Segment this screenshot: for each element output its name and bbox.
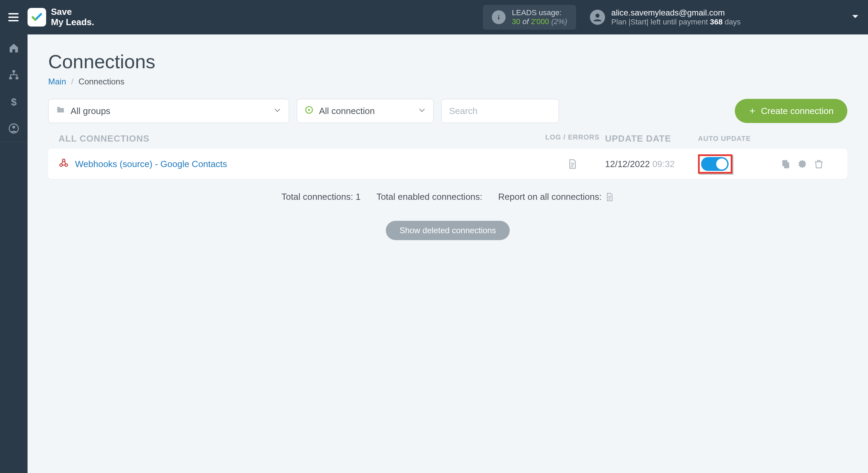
sidebar-item-connections[interactable]: [0, 61, 28, 88]
log-icon[interactable]: [567, 158, 578, 170]
sidebar: $: [0, 34, 28, 473]
filter-row: All groups All connection Create connect…: [48, 99, 847, 123]
main-content: Connections Main / Connections All group…: [28, 34, 868, 473]
auto-update-toggle[interactable]: [701, 157, 729, 171]
folder-icon: [56, 105, 65, 117]
summary-total: Total connections: 1: [282, 192, 361, 202]
brand-line1: Save: [51, 7, 94, 17]
webhook-icon: [59, 158, 69, 171]
svg-point-0: [498, 15, 499, 16]
breadcrumb-current: Connections: [78, 77, 124, 86]
chevron-down-icon: [274, 106, 281, 116]
th-auto: AUTO UPDATE: [698, 133, 777, 144]
summary-enabled: Total enabled connections:: [377, 192, 483, 202]
update-date: 12/12/2022 09:32: [605, 159, 698, 169]
breadcrumb-main[interactable]: Main: [48, 77, 66, 86]
summary-report: Report on all connections:: [498, 192, 602, 202]
page-title: Connections: [48, 50, 847, 73]
report-icon[interactable]: [605, 192, 614, 202]
svg-text:$: $: [11, 96, 17, 107]
svg-rect-1: [498, 17, 499, 19]
status-select-label: All connection: [319, 106, 375, 116]
summary-row: Total connections: 1 Total enabled conne…: [48, 192, 847, 202]
show-deleted-button[interactable]: Show deleted connections: [386, 221, 510, 240]
account-plan: Plan |Start| left until payment 368 days: [611, 18, 741, 27]
th-date: UPDATE DATE: [605, 133, 698, 144]
status-select[interactable]: All connection: [297, 99, 434, 123]
avatar-icon: [590, 10, 605, 25]
logo-icon: [28, 8, 46, 27]
breadcrumb: Main / Connections: [48, 77, 847, 86]
create-connection-label: Create connection: [761, 106, 834, 116]
chevron-down-icon: [418, 106, 426, 116]
usage-widget: LEADS usage: 30 of 2'000 (2%): [483, 5, 576, 30]
account-chevron-down-icon[interactable]: [851, 12, 860, 22]
svg-rect-14: [782, 160, 787, 166]
play-circle-icon: [305, 105, 314, 117]
plus-icon: [749, 107, 756, 115]
sidebar-item-billing[interactable]: $: [0, 88, 28, 115]
topbar: Save My Leads. LEADS usage: 30 of 2'000 …: [0, 0, 868, 34]
groups-select[interactable]: All groups: [48, 99, 289, 123]
usage-pct: (2%): [551, 17, 567, 26]
copy-icon[interactable]: [781, 159, 791, 169]
svg-point-2: [595, 14, 600, 18]
trash-icon[interactable]: [814, 159, 824, 169]
info-icon: [492, 10, 506, 24]
usage-total: 2'000: [531, 17, 549, 26]
create-connection-button[interactable]: Create connection: [735, 99, 847, 123]
usage-used: 30: [512, 17, 520, 26]
table-row: Webhooks (source) - Google Contacts 12/1…: [48, 149, 847, 179]
sidebar-item-home[interactable]: [0, 34, 28, 61]
auto-update-highlight: [698, 154, 732, 174]
svg-rect-4: [9, 77, 12, 80]
account-widget[interactable]: alice.savemyleads@gmail.com Plan |Start|…: [590, 8, 741, 27]
svg-point-8: [12, 126, 15, 128]
gear-icon[interactable]: [797, 159, 807, 169]
brand-line2: My Leads.: [51, 17, 94, 28]
usage-values: 30 of 2'000 (2%): [512, 17, 567, 26]
groups-select-label: All groups: [71, 106, 110, 116]
th-log: LOG / ERRORS: [540, 133, 605, 144]
sidebar-item-profile[interactable]: [0, 115, 28, 142]
usage-of: of: [522, 17, 529, 26]
connection-link[interactable]: Webhooks (source) - Google Contacts: [75, 159, 227, 169]
svg-rect-3: [12, 70, 15, 73]
menu-toggle-button[interactable]: [8, 11, 21, 23]
breadcrumb-sep: /: [71, 77, 74, 86]
table-header: ALL CONNECTIONS LOG / ERRORS UPDATE DATE…: [48, 133, 847, 149]
account-email: alice.savemyleads@gmail.com: [611, 8, 741, 18]
search-input[interactable]: [441, 99, 559, 123]
usage-label: LEADS usage:: [512, 8, 567, 17]
th-connections: ALL CONNECTIONS: [50, 133, 540, 144]
brand-name: Save My Leads.: [51, 7, 94, 28]
svg-rect-5: [15, 77, 18, 80]
